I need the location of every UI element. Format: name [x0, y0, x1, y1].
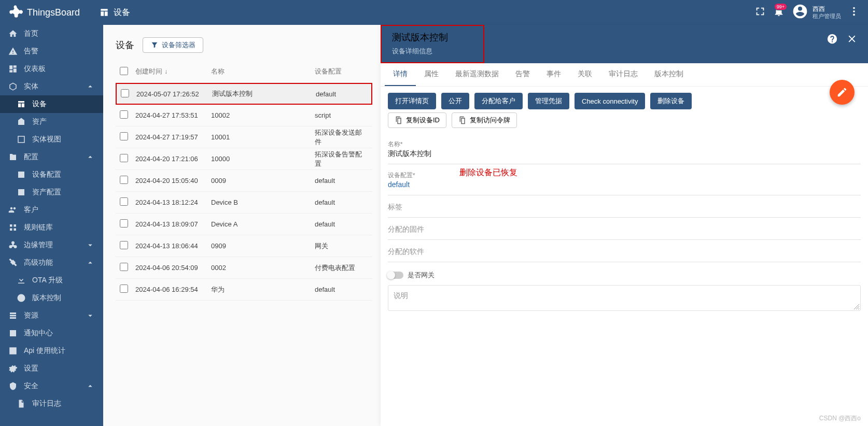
- panel-title-block: 测试版本控制 设备详细信息: [381, 25, 484, 63]
- col-header-name[interactable]: 名称: [211, 67, 315, 76]
- row-checkbox[interactable]: [120, 110, 128, 119]
- chevron-up-icon: [86, 258, 95, 267]
- sidebar-item-19[interactable]: 设置: [0, 360, 103, 377]
- svg-point-2: [853, 14, 855, 16]
- svg-point-0: [853, 7, 855, 9]
- gateway-toggle[interactable]: [388, 272, 403, 279]
- dash-icon: [8, 64, 18, 74]
- watermark: CSDN @西西o: [819, 414, 861, 423]
- api-icon: [8, 346, 18, 356]
- gateway-switch-row: 是否网关: [388, 265, 861, 285]
- row-checkbox[interactable]: [120, 219, 128, 228]
- row-checkbox[interactable]: [121, 89, 129, 97]
- audit-icon: [17, 399, 26, 408]
- table-row[interactable]: 2024-04-13 18:12:24Device Bdefault: [116, 192, 372, 214]
- sidebar-item-11[interactable]: 规则链库: [0, 219, 103, 236]
- sidebar-item-8[interactable]: 设备配置: [0, 166, 103, 183]
- res-icon: [8, 311, 18, 320]
- table-row[interactable]: 2024-04-13 18:09:07Device Adefault: [116, 214, 372, 235]
- sidebar-item-15[interactable]: 版本控制: [0, 289, 103, 307]
- sidebar-item-20[interactable]: 安全: [0, 377, 103, 395]
- resize-handle-icon[interactable]: [854, 304, 859, 309]
- col-header-time[interactable]: 创建时间↓: [135, 67, 211, 76]
- tab-1[interactable]: 属性: [416, 63, 447, 86]
- sidebar-item-13[interactable]: 高级功能: [0, 254, 103, 272]
- action-btn-3[interactable]: 管理凭据: [528, 93, 569, 109]
- action-btn-5[interactable]: 删除设备: [650, 93, 692, 109]
- row-checkbox[interactable]: [120, 263, 128, 271]
- copy-btn-0[interactable]: 复制设备ID: [388, 112, 446, 128]
- sidebar-item-9[interactable]: 资产配置: [0, 183, 103, 201]
- sidebar-item-7[interactable]: 配置: [0, 148, 103, 166]
- action-btn-2[interactable]: 分配给客户: [474, 93, 523, 109]
- row-checkbox[interactable]: [120, 176, 128, 184]
- action-btn-4[interactable]: Check connectivity: [575, 93, 645, 109]
- view-icon: [17, 135, 26, 144]
- device-filter-button[interactable]: 设备筛选器: [143, 37, 203, 53]
- help-icon[interactable]: [827, 33, 838, 47]
- table-row[interactable]: 2024-04-06 20:54:090002付费电表配置: [116, 257, 372, 279]
- detail-tabs: 详情属性最新遥测数据告警事件关联审计日志版本控制: [381, 63, 868, 87]
- sidebar-item-3[interactable]: 实体: [0, 78, 103, 95]
- tab-2[interactable]: 最新遥测数据: [447, 63, 507, 86]
- sidebar-item-4[interactable]: 设备: [0, 95, 103, 113]
- notifications-icon[interactable]: 99+: [773, 6, 785, 19]
- field-software[interactable]: 分配的软件: [388, 243, 861, 262]
- sidebar-item-14[interactable]: OTA 升级: [0, 272, 103, 289]
- more-icon[interactable]: [848, 6, 860, 19]
- row-checkbox[interactable]: [120, 132, 128, 140]
- action-btn-1[interactable]: 公开: [441, 93, 469, 109]
- sidebar-item-2[interactable]: 仪表板: [0, 60, 103, 78]
- content: 设备 设备筛选器 创建时间↓ 名称 设备配置 2024-05-07 17:26:…: [103, 25, 868, 426]
- tab-4[interactable]: 事件: [538, 63, 569, 86]
- sidebar-item-18[interactable]: Api 使用统计: [0, 342, 103, 360]
- tab-7[interactable]: 版本控制: [646, 63, 692, 86]
- brand-text: ThingsBoard: [27, 7, 80, 18]
- sidebar-item-17[interactable]: 通知中心: [0, 324, 103, 342]
- tab-0[interactable]: 详情: [385, 63, 416, 86]
- edit-fab[interactable]: [830, 80, 855, 105]
- row-checkbox[interactable]: [120, 197, 128, 206]
- select-all-checkbox[interactable]: [120, 67, 128, 75]
- user-block[interactable]: 西西 租户管理员: [792, 3, 841, 22]
- sidebar-item-6[interactable]: 实体视图: [0, 131, 103, 148]
- sidebar-item-21[interactable]: 审计日志: [0, 395, 103, 413]
- table-row[interactable]: 2024-04-27 17:53:5110002script: [116, 105, 372, 126]
- field-firmware[interactable]: 分配的固件: [388, 221, 861, 240]
- sidebar-item-1[interactable]: 告警: [0, 42, 103, 60]
- brand-icon: [8, 4, 23, 21]
- table-row[interactable]: 2024-04-13 18:06:440909网关: [116, 235, 372, 257]
- description-textarea[interactable]: 说明: [388, 285, 861, 311]
- close-icon[interactable]: [846, 33, 858, 47]
- sidebar-item-0[interactable]: 首页: [0, 25, 103, 42]
- table-row[interactable]: 2024-05-07 17:26:52测试版本控制default: [116, 83, 372, 105]
- chevron-down-icon: [86, 311, 95, 320]
- field-tag[interactable]: 标签: [388, 198, 861, 218]
- table-row[interactable]: 2024-04-06 16:29:54华为default: [116, 279, 372, 301]
- fullscreen-icon[interactable]: [754, 6, 766, 19]
- sidebar-item-12[interactable]: 边缘管理: [0, 236, 103, 254]
- table-row[interactable]: 2024-04-27 17:19:5710001拓深设备发送邮件: [116, 126, 372, 148]
- action-btn-0[interactable]: 打开详情页: [388, 93, 436, 109]
- copy-btn-1[interactable]: 复制访问令牌: [452, 112, 517, 128]
- table-row[interactable]: 2024-04-20 15:05:400009default: [116, 170, 372, 192]
- sidebar-item-5[interactable]: 资产: [0, 113, 103, 131]
- set-icon: [8, 364, 18, 373]
- tab-3[interactable]: 告警: [507, 63, 538, 86]
- col-header-profile[interactable]: 设备配置: [315, 67, 368, 76]
- sidebar-item-16[interactable]: 资源: [0, 307, 103, 324]
- brand: ThingsBoard: [8, 4, 99, 21]
- field-profile[interactable]: 设备配置* default: [388, 167, 861, 195]
- tab-6[interactable]: 审计日志: [600, 63, 646, 86]
- tab-5[interactable]: 关联: [569, 63, 600, 86]
- home-icon: [8, 29, 18, 38]
- row-checkbox[interactable]: [120, 154, 128, 162]
- table-header-row: 创建时间↓ 名称 设备配置: [116, 61, 372, 83]
- sidebar-item-10[interactable]: 客户: [0, 201, 103, 219]
- row-checkbox[interactable]: [120, 241, 128, 249]
- row-checkbox[interactable]: [120, 285, 128, 293]
- devprof-icon: [17, 170, 26, 179]
- table-row[interactable]: 2024-04-20 17:21:0610000拓深设备告警配置: [116, 148, 372, 170]
- copy-icon: [458, 116, 467, 124]
- top-actions: 99+ 西西 租户管理员: [754, 3, 860, 22]
